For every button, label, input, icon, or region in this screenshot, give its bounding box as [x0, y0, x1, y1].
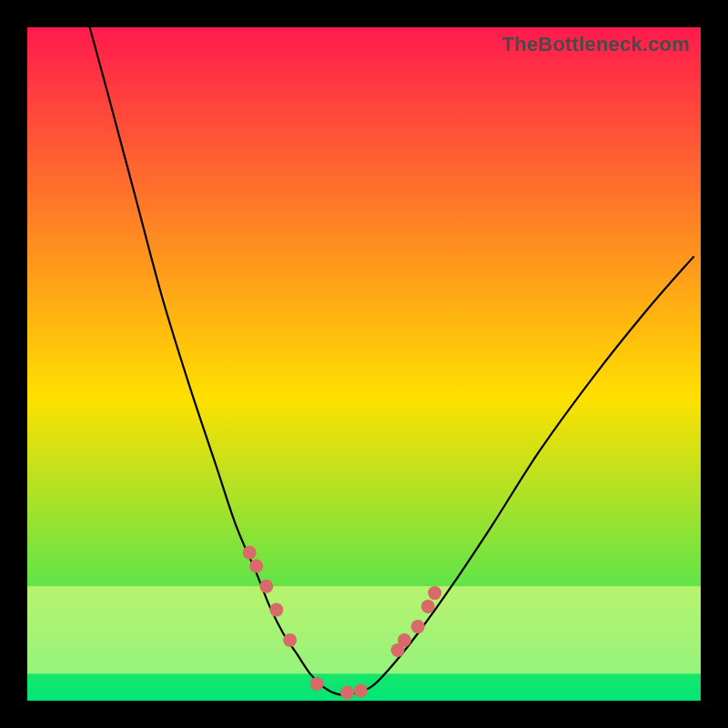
highlight-point: [340, 686, 354, 700]
highlight-point: [283, 633, 297, 647]
glow-band: [27, 586, 701, 673]
chart-svg: [27, 27, 701, 701]
highlight-point: [310, 677, 324, 691]
highlight-point: [243, 546, 257, 560]
outer-frame: TheBottleneck.com: [0, 0, 728, 728]
highlight-point: [249, 560, 263, 573]
highlight-point: [398, 633, 411, 647]
plot-area: TheBottleneck.com: [27, 27, 701, 701]
highlight-point: [259, 580, 273, 593]
highlight-point: [421, 600, 435, 613]
highlight-point: [354, 683, 368, 697]
highlight-point: [411, 620, 425, 633]
highlight-point: [428, 586, 441, 600]
highlight-point: [269, 603, 283, 617]
